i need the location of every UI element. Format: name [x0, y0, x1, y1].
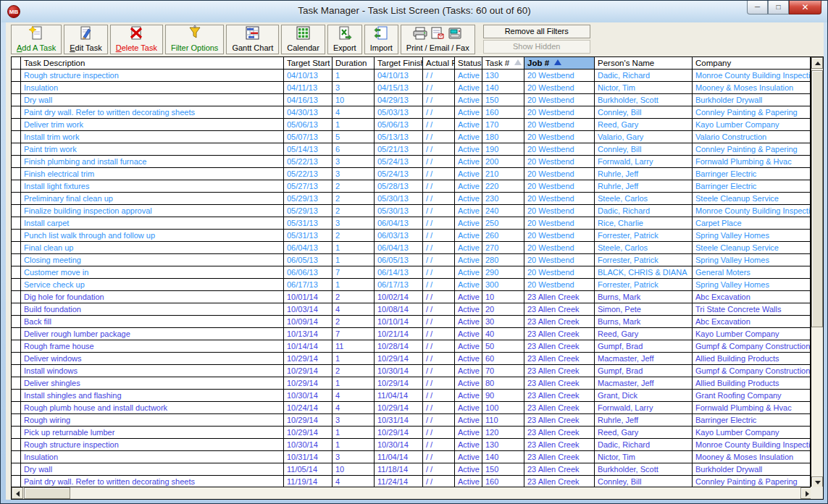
table-row[interactable]: Insulation 04/11/13 3 04/15/13 / / Activ… [12, 82, 811, 94]
import-button[interactable]: Import [364, 25, 398, 54]
row-selector[interactable] [12, 439, 21, 451]
row-selector[interactable] [12, 94, 21, 106]
minimize-button[interactable]: ─ [747, 1, 768, 14]
table-row[interactable]: Punch list walk through and follow up 05… [12, 230, 811, 242]
table-row[interactable]: Deliver trim work 05/06/13 1 05/06/13 / … [12, 119, 811, 131]
row-selector[interactable] [12, 328, 21, 340]
column-header-duration[interactable]: Duration [333, 57, 375, 70]
cell-target-finish: 05/21/13 [375, 143, 423, 156]
row-selector[interactable] [12, 316, 21, 328]
table-row[interactable]: Deliver rough lumber package 10/13/14 7 … [12, 328, 811, 340]
row-selector[interactable] [12, 402, 21, 414]
row-selector[interactable] [12, 353, 21, 365]
row-selector[interactable] [12, 119, 21, 131]
row-selector[interactable] [12, 279, 21, 291]
table-row[interactable]: Dry wall 04/16/13 10 04/29/13 / / Active… [12, 94, 811, 106]
calendar-button[interactable]: Calendar [281, 25, 325, 54]
table-row[interactable]: Finish plumbing and install furnace 05/2… [12, 156, 811, 168]
column-header-job-number[interactable]: Job # [524, 57, 595, 70]
row-selector[interactable] [12, 168, 21, 180]
table-row[interactable]: Paint dry wall. Refer to written decorat… [12, 106, 811, 119]
horizontal-scrollbar[interactable] [12, 487, 812, 499]
table-row[interactable]: Dig hole for foundation 10/01/14 2 10/02… [12, 291, 811, 303]
print-email-fax-button[interactable]: Print / Email / Fax [401, 25, 475, 54]
table-row[interactable]: Install shingles and flashing 10/30/14 4… [12, 390, 811, 402]
down-arrow-icon [815, 481, 821, 484]
row-selector[interactable] [12, 205, 21, 217]
vertical-scrollbar[interactable] [811, 57, 823, 488]
column-header-target-finish[interactable]: Target Finish [375, 57, 423, 70]
table-row[interactable]: Finish electrical trim 05/22/13 3 05/24/… [12, 168, 811, 180]
table-row[interactable]: Rough frame house 10/14/14 11 10/28/14 /… [12, 340, 811, 353]
table-row[interactable]: Closing meeting 06/05/13 1 06/05/13 / / … [12, 254, 811, 266]
table-row[interactable]: Rough structure inspection 04/10/13 1 04… [12, 70, 811, 82]
column-header-task-description[interactable]: Task Description [21, 57, 284, 70]
row-selector[interactable] [12, 106, 21, 119]
row-selector[interactable] [12, 217, 21, 230]
column-header-persons-name[interactable]: Person's Name [595, 57, 693, 70]
row-selector[interactable] [12, 156, 21, 168]
column-header-target-start[interactable]: Target Start [284, 57, 333, 70]
row-selector[interactable] [12, 377, 21, 390]
table-row[interactable]: Rough structure inspection 10/30/14 1 10… [12, 439, 811, 451]
table-row[interactable]: Paint trim work 05/14/13 6 05/21/13 / / … [12, 143, 811, 156]
table-row[interactable]: Dry wall 11/05/14 10 11/18/14 / / Active… [12, 463, 811, 476]
add-a-task-button[interactable]: Add A Task [11, 25, 62, 54]
row-selector[interactable] [12, 390, 21, 402]
table-row[interactable]: Install carpet 05/31/13 3 06/04/13 / / A… [12, 217, 811, 230]
table-row[interactable]: Insulation 10/31/14 3 11/04/14 / / Activ… [12, 451, 811, 463]
row-selector[interactable] [12, 463, 21, 476]
table-row[interactable]: Customer move in 06/06/13 7 06/14/13 / /… [12, 266, 811, 279]
vertical-scroll-thumb[interactable] [811, 70, 823, 327]
cell-actual-finish: / / [423, 180, 455, 193]
table-row[interactable]: Deliver windows 10/29/14 1 10/29/14 / / … [12, 353, 811, 365]
row-selector[interactable] [12, 427, 21, 439]
table-row[interactable]: Service check up 06/17/13 1 06/17/13 / /… [12, 279, 811, 291]
export-button[interactable]: Export [327, 25, 362, 54]
row-selector[interactable] [12, 340, 21, 353]
row-selector[interactable] [12, 131, 21, 143]
table-row[interactable]: Preliminary final clean up 05/29/13 2 05… [12, 193, 811, 205]
row-selector[interactable] [12, 291, 21, 303]
table-row[interactable]: Back fill 10/09/14 2 10/10/14 / / Active… [12, 316, 811, 328]
row-selector[interactable] [12, 266, 21, 279]
table-row[interactable]: Rough plumb house and install ductwork 1… [12, 402, 811, 414]
row-selector[interactable] [12, 365, 21, 377]
table-row[interactable]: Install windows 10/29/14 2 10/30/14 / / … [12, 365, 811, 377]
close-button[interactable]: ✕ [789, 1, 821, 14]
table-row[interactable]: Finalize building inspection approval 05… [12, 205, 811, 217]
edit-task-button[interactable]: Edit Task [64, 25, 107, 54]
gantt-chart-button[interactable]: Gantt Chart [226, 25, 279, 54]
table-row[interactable]: Install trim work 05/07/13 5 05/13/13 / … [12, 131, 811, 143]
row-selector[interactable] [12, 303, 21, 316]
table-row[interactable]: Build foundation 10/03/14 4 10/08/14 / /… [12, 303, 811, 316]
remove-all-filters-button[interactable]: Remove all Filters [483, 25, 590, 38]
column-header-company[interactable]: Company [693, 57, 811, 70]
table-row[interactable]: Deliver shingles 10/29/14 1 10/29/14 / /… [12, 377, 811, 390]
row-selector[interactable] [12, 414, 21, 427]
row-selector[interactable] [12, 70, 21, 82]
table-row[interactable]: Pick up returnable lumber 10/29/14 1 10/… [12, 427, 811, 439]
row-selector[interactable] [12, 230, 21, 242]
column-header-status[interactable]: Status [455, 57, 482, 70]
row-selector[interactable] [12, 254, 21, 266]
row-selector[interactable] [12, 193, 21, 205]
row-selector[interactable] [12, 451, 21, 463]
row-selector[interactable] [12, 82, 21, 94]
scroll-up-button[interactable] [811, 57, 823, 69]
table-row[interactable]: Install light fixtures 05/27/13 2 05/28/… [12, 180, 811, 193]
filter-options-button[interactable]: Filter Options [165, 25, 224, 54]
cell-duration: 2 [333, 193, 375, 205]
column-header-task-number[interactable]: Task # [482, 57, 524, 70]
table-row[interactable]: Rough wiring 10/29/14 3 10/31/14 / / Act… [12, 414, 811, 427]
column-header-actual-finish[interactable]: Actual Finish [423, 57, 455, 70]
row-selector[interactable] [12, 143, 21, 156]
table-row[interactable]: Final clean up 06/04/13 1 06/04/13 / / A… [12, 242, 811, 254]
show-hidden-button[interactable]: Show Hidden [483, 40, 590, 54]
scroll-left-button[interactable] [12, 487, 23, 499]
row-selector[interactable] [12, 242, 21, 254]
maximize-button[interactable]: □ [768, 1, 789, 14]
row-selector[interactable] [12, 180, 21, 193]
horizontal-scroll-thumb[interactable] [24, 487, 70, 499]
delete-task-button[interactable]: Delete Task [110, 25, 163, 54]
